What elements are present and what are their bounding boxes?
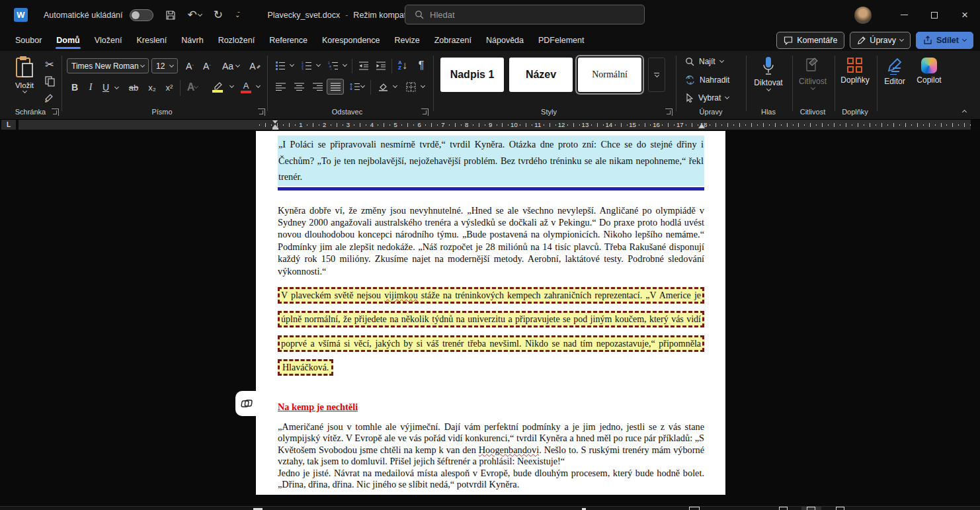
justify-button[interactable] xyxy=(327,79,344,95)
format-painter-button[interactable] xyxy=(42,92,57,105)
close-button[interactable]: × xyxy=(950,0,980,30)
styles-more-button[interactable] xyxy=(648,58,665,92)
tab-revize[interactable]: Revize xyxy=(388,32,427,49)
multilevel-options-button[interactable] xyxy=(341,60,348,71)
find-button[interactable]: Najít xyxy=(685,57,723,66)
highlight-line[interactable]: poprvé a všímá si věcí, jakých by si váš… xyxy=(278,335,704,352)
save-button[interactable] xyxy=(165,10,176,21)
borders-options-button[interactable] xyxy=(419,81,427,92)
align-right-button[interactable] xyxy=(309,80,325,93)
tab-pdfelement[interactable]: PDFelement xyxy=(531,32,591,49)
print-layout-button[interactable] xyxy=(801,506,821,510)
highlight-line[interactable]: Hlaváčková. xyxy=(278,359,333,376)
tab-dom-[interactable]: Domů xyxy=(49,32,87,49)
maximize-button[interactable] xyxy=(919,0,950,30)
underline-options-button[interactable] xyxy=(112,83,120,93)
increase-indent-button[interactable] xyxy=(373,59,389,72)
copilot-margin-button[interactable] xyxy=(235,391,259,416)
document-title[interactable]: Plavecky_svet.docx - Režim kompati... xyxy=(267,11,423,20)
autosave-toggle[interactable] xyxy=(130,9,153,21)
multilevel-list-button[interactable]: 1ai xyxy=(325,59,341,72)
underline-button[interactable]: U xyxy=(99,80,112,95)
italic-button[interactable]: I xyxy=(85,80,97,95)
focus-view-button[interactable] xyxy=(689,507,700,510)
tab-vlo-en-[interactable]: Vložení xyxy=(87,32,130,49)
tab-zobrazen-[interactable]: Zobrazení xyxy=(427,32,479,49)
style-card-nadpis-1[interactable]: Nadpis 1 xyxy=(440,58,504,92)
qat-overflow-button[interactable]: ⌄̄ xyxy=(235,11,239,19)
clear-formatting-button[interactable]: A xyxy=(247,59,263,73)
read-mode-button[interactable] xyxy=(779,507,788,510)
tab-reference[interactable]: Reference xyxy=(262,32,315,49)
decrease-indent-button[interactable] xyxy=(356,59,372,72)
minimize-button[interactable] xyxy=(889,0,919,30)
select-button[interactable]: Vybrat xyxy=(685,93,729,103)
tab-kreslen-[interactable]: Kreslení xyxy=(129,32,174,49)
document-page[interactable]: „I Poláci se připravovali nesmírně tvrdě… xyxy=(256,131,725,495)
paste-button[interactable]: Vložit xyxy=(8,56,41,110)
horizontal-ruler[interactable]: 123456789101112131415161718 xyxy=(19,120,971,130)
align-left-button[interactable] xyxy=(272,80,288,93)
font-name-combo[interactable]: Times New Roman xyxy=(67,58,149,73)
copy-button[interactable] xyxy=(42,75,57,88)
style-card-n-zev[interactable]: Název xyxy=(509,58,573,92)
strikethrough-button[interactable]: ab xyxy=(126,80,142,95)
bullets-button[interactable] xyxy=(272,59,288,72)
font-dialog-launcher[interactable] xyxy=(258,108,265,116)
paragraph-body[interactable]: Kyněra dobře ví, že změny jsou nevyhnute… xyxy=(278,204,704,277)
editor-button[interactable]: Editor xyxy=(879,58,910,86)
highlight-color-button[interactable] xyxy=(209,79,226,95)
section-heading[interactable]: Na kemp je nechtěli xyxy=(278,402,704,413)
align-center-button[interactable] xyxy=(291,80,307,93)
numbering-options-button[interactable] xyxy=(315,60,322,71)
highlight-line[interactable]: úplně normální, že přijedete na několik … xyxy=(278,311,704,327)
cut-button[interactable]: ✂ xyxy=(42,58,57,71)
grow-font-button[interactable]: Aˆ xyxy=(182,59,198,73)
shrink-font-button[interactable]: Aˇ xyxy=(199,59,215,73)
dictate-button[interactable]: Diktovat xyxy=(749,56,788,91)
bullets-options-button[interactable] xyxy=(288,60,296,71)
paragraph-body[interactable]: „Američané jsou v tomhle ale výjimeční. … xyxy=(278,421,704,468)
tab-soubor[interactable]: Soubor xyxy=(8,32,49,49)
tab-stop-selector[interactable]: L xyxy=(1,120,16,130)
borders-button[interactable] xyxy=(402,80,419,93)
font-size-combo[interactable]: 12 xyxy=(151,58,178,73)
line-spacing-button[interactable] xyxy=(348,80,365,93)
paragraph-body[interactable]: Jedno je jisté. Návrat na medailová míst… xyxy=(278,468,704,491)
highlight-line[interactable]: V plaveckém světě nejsou vijimkou stáže … xyxy=(278,287,704,304)
font-color-button[interactable]: A xyxy=(239,79,253,95)
copilot-button[interactable]: Copilot xyxy=(913,58,946,85)
style-card-norm-ln-[interactable]: Normální xyxy=(578,58,641,92)
shading-button[interactable] xyxy=(374,80,391,93)
bold-button[interactable]: B xyxy=(68,80,81,95)
font-color-options-button[interactable] xyxy=(254,81,262,92)
word-logo-icon[interactable]: W xyxy=(14,8,28,22)
addins-button[interactable]: Doplňky xyxy=(836,58,874,85)
change-case-button[interactable]: Aa xyxy=(220,59,242,73)
highlight-options-button[interactable] xyxy=(227,81,235,92)
show-marks-button[interactable]: ¶ xyxy=(414,58,429,73)
paragraph-highlight-cyan[interactable]: „I Poláci se připravovali nesmírně tvrdě… xyxy=(278,136,704,186)
numbering-button[interactable]: 123 xyxy=(299,59,315,72)
collapse-ribbon-button[interactable] xyxy=(958,106,971,116)
search-input[interactable]: Hledat xyxy=(405,5,645,24)
superscript-button[interactable]: x² xyxy=(161,80,177,95)
editing-mode-button[interactable]: Úpravy xyxy=(850,32,911,49)
styles-dialog-launcher[interactable] xyxy=(665,108,673,116)
web-layout-button[interactable] xyxy=(836,507,844,510)
paragraph-dialog-launcher[interactable] xyxy=(421,108,429,116)
undo-button[interactable]: ↶ xyxy=(188,8,202,22)
avatar[interactable] xyxy=(854,7,872,24)
tab-rozlo-en-[interactable]: Rozložení xyxy=(211,32,263,49)
tab-n-pov-da[interactable]: Nápověda xyxy=(479,32,531,49)
subscript-button[interactable]: x₂ xyxy=(144,80,160,95)
sort-button[interactable]: AZ↓ xyxy=(394,58,411,73)
redo-button[interactable]: ↻ xyxy=(214,8,223,22)
tab-n-vrh[interactable]: Návrh xyxy=(174,32,210,49)
shading-options-button[interactable] xyxy=(391,81,399,92)
comments-button[interactable]: Komentáře xyxy=(776,32,844,49)
tab-korespondence[interactable]: Korespondence xyxy=(315,32,388,49)
text-effects-button[interactable]: A xyxy=(184,80,201,95)
share-button[interactable]: Sdílet xyxy=(916,32,973,49)
replace-button[interactable]: bc Nahradit xyxy=(685,75,729,85)
